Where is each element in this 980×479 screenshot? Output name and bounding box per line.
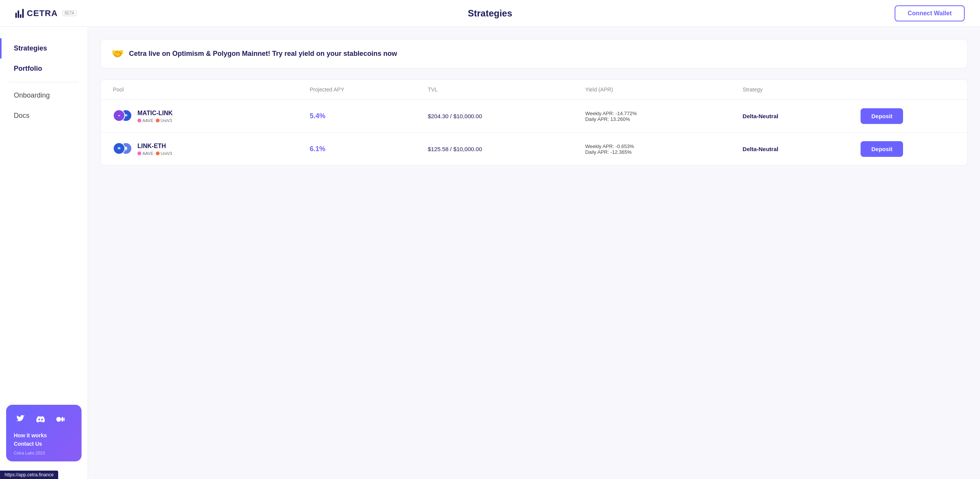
col-header-tvl: TVL — [428, 86, 585, 93]
col-header-strategy: Strategy — [743, 86, 861, 93]
pool-icon-matic — [113, 109, 125, 122]
univ3-dot-2 — [156, 152, 160, 155]
aave-label: AAVE — [142, 118, 154, 123]
pool-tag-aave-1: AAVE — [137, 118, 154, 123]
url-bar: https://app.cetra.finance — [0, 471, 58, 479]
pool-info-matic-link: MATIC-LINK AAVE UniV3 — [137, 110, 173, 123]
table-header: Pool Projected APY TVL Yield (APR) Strat… — [101, 80, 967, 100]
pool-cell-matic-link: MATIC-LINK AAVE UniV3 — [113, 109, 310, 123]
sidebar-item-onboarding[interactable]: Onboarding — [0, 85, 88, 106]
pool-tag-univ3-2: UniV3 — [156, 151, 172, 156]
main-content: 🤝 Cetra live on Optimism & Polygon Mainn… — [88, 27, 980, 479]
col-header-action — [861, 86, 955, 93]
col-header-yield: Yield (APR) — [585, 86, 743, 93]
weekly-apr-2: Weekly APR: -0.653% — [585, 143, 743, 149]
pool-tags-link-eth: AAVE UniV3 — [137, 151, 172, 156]
banner-text: Cetra live on Optimism & Polygon Mainnet… — [129, 50, 397, 58]
apy-value-1: 5.4% — [310, 112, 428, 120]
page-title: Strategies — [468, 8, 512, 19]
connect-wallet-button[interactable]: Connect Wallet — [895, 5, 965, 21]
strategies-table-card: Pool Projected APY TVL Yield (APR) Strat… — [100, 79, 968, 166]
banner-emoji: 🤝 — [111, 48, 124, 60]
pool-icon-link2 — [113, 142, 125, 155]
aave-label-2: AAVE — [142, 151, 154, 156]
tvl-value-1: $204.30 / $10,000.00 — [428, 113, 585, 119]
pool-tag-aave-2: AAVE — [137, 151, 154, 156]
sidebar: Strategies Portfolio Onboarding Docs — [0, 27, 88, 479]
deposit-cell-1: Deposit — [861, 108, 955, 124]
daily-apr-1: Daily APR: 13.260% — [585, 116, 743, 122]
medium-icon[interactable] — [54, 412, 67, 426]
deposit-button-1[interactable]: Deposit — [861, 108, 903, 124]
pool-cell-link-eth: LINK-ETH AAVE UniV3 — [113, 142, 310, 156]
yield-cell-2: Weekly APR: -0.653% Daily APR: -12.365% — [585, 143, 743, 155]
how-it-works-link[interactable]: How it works — [14, 432, 74, 438]
contact-us-link[interactable]: Contact Us — [14, 441, 74, 447]
tvl-value-2: $125.58 / $10,000.00 — [428, 146, 585, 152]
sidebar-item-strategies[interactable]: Strategies — [0, 38, 88, 59]
pool-icons-matic-link — [113, 109, 133, 123]
logo-area: CETRA BETA — [15, 8, 77, 18]
sidebar-nav: Strategies Portfolio Onboarding Docs — [0, 38, 88, 397]
weekly-apr-1: Weekly APR: -14.772% — [585, 111, 743, 116]
twitter-icon[interactable] — [14, 412, 28, 426]
layout: Strategies Portfolio Onboarding Docs — [0, 27, 980, 479]
pool-info-link-eth: LINK-ETH AAVE UniV3 — [137, 143, 172, 156]
deposit-cell-2: Deposit — [861, 141, 955, 157]
pool-tags-matic-link: AAVE UniV3 — [137, 118, 173, 123]
pool-tag-univ3-1: UniV3 — [156, 118, 172, 123]
apy-value-2: 6.1% — [310, 145, 428, 153]
col-header-apy: Projected APY — [310, 86, 428, 93]
logo-icon — [15, 9, 24, 18]
url-text: https://app.cetra.finance — [5, 472, 54, 477]
aave-dot-2 — [137, 152, 141, 155]
aave-dot — [137, 119, 141, 122]
sidebar-footer: How it works Contact Us Cetra Labs 2023 — [6, 405, 82, 461]
col-header-pool: Pool — [113, 86, 310, 93]
sidebar-divider — [9, 82, 78, 82]
pool-name-matic-link: MATIC-LINK — [137, 110, 173, 117]
pool-name-link-eth: LINK-ETH — [137, 143, 172, 150]
strategy-value-2: Delta-Neutral — [743, 146, 861, 152]
yield-cell-1: Weekly APR: -14.772% Daily APR: 13.260% — [585, 111, 743, 122]
table-row: LINK-ETH AAVE UniV3 — [101, 133, 967, 165]
logo-text: CETRA — [27, 8, 58, 18]
table-row: MATIC-LINK AAVE UniV3 — [101, 100, 967, 133]
deposit-button-2[interactable]: Deposit — [861, 141, 903, 157]
beta-badge: BETA — [62, 10, 77, 16]
announcement-banner: 🤝 Cetra live on Optimism & Polygon Mainn… — [100, 39, 968, 68]
social-icons — [14, 412, 74, 426]
sidebar-item-docs[interactable]: Docs — [0, 106, 88, 126]
strategy-value-1: Delta-Neutral — [743, 113, 861, 119]
header: CETRA BETA Strategies Connect Wallet — [0, 0, 980, 27]
pool-icons-link-eth — [113, 142, 133, 156]
univ3-label-2: UniV3 — [161, 151, 172, 156]
daily-apr-2: Daily APR: -12.365% — [585, 149, 743, 155]
discord-icon[interactable] — [34, 412, 47, 426]
sidebar-item-portfolio[interactable]: Portfolio — [0, 59, 88, 79]
univ3-label: UniV3 — [161, 118, 172, 123]
copyright-text: Cetra Labs 2023 — [14, 451, 45, 455]
univ3-dot — [156, 119, 160, 122]
